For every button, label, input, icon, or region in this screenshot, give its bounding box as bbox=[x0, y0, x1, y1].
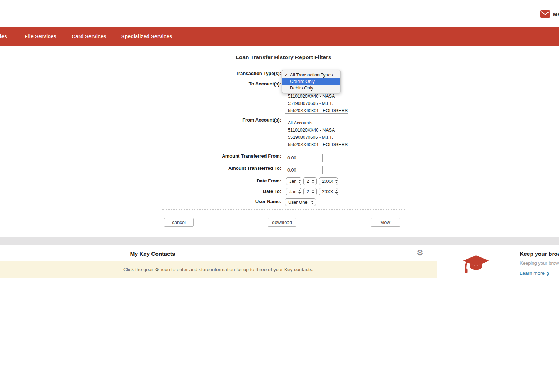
to-account-option[interactable]: 51101020XX40 - NASA bbox=[285, 93, 348, 100]
cancel-button[interactable]: cancel bbox=[164, 218, 194, 227]
nav-item-partial[interactable]: les bbox=[0, 27, 7, 46]
date-from-month-select[interactable]: Jan bbox=[286, 177, 301, 185]
promo-subtext: Keeping your brow bbox=[520, 260, 559, 266]
message-text-before: Click the gear bbox=[123, 267, 153, 272]
nav-item-card-services[interactable]: Card Services bbox=[72, 27, 106, 46]
dropdown-option-debits-only[interactable]: Debits Only bbox=[282, 85, 340, 91]
section-divider-bar bbox=[0, 237, 559, 245]
separator-top bbox=[162, 66, 405, 66]
gear-icon[interactable]: ⚙ bbox=[417, 249, 423, 256]
nav-item-specialized-services[interactable]: Specialized Services bbox=[121, 27, 172, 46]
page-title: Loan Transfer History Report Filters bbox=[162, 54, 405, 61]
key-contacts-message: Click the gear ⚙ icon to enter and store… bbox=[0, 261, 437, 278]
user-name-label: User Name: bbox=[162, 199, 281, 204]
nav-item-file-services[interactable]: File Services bbox=[25, 27, 56, 46]
view-button[interactable]: view bbox=[371, 218, 400, 227]
separator-above-buttons bbox=[162, 209, 405, 210]
from-account-option[interactable]: All Accounts bbox=[285, 119, 348, 127]
date-to-label: Date To: bbox=[162, 189, 281, 194]
from-account-option[interactable]: 55520XX60801 - FOLDGERS bbox=[285, 141, 348, 148]
date-from-day-select[interactable]: 2 bbox=[303, 177, 317, 185]
stepper-arrows-icon bbox=[298, 180, 301, 183]
amount-from-input[interactable] bbox=[285, 154, 323, 162]
chevron-right-icon: ❯ bbox=[546, 271, 550, 276]
transaction-type-dropdown: ✓ All Transaction Types Credits Only Deb… bbox=[282, 70, 341, 93]
to-account-option[interactable]: 551908070605 - M.I.T. bbox=[285, 100, 348, 107]
date-from-label: Date From: bbox=[162, 178, 281, 184]
amount-to-input[interactable] bbox=[285, 166, 323, 174]
stepper-arrows-icon bbox=[335, 190, 338, 194]
stepper-arrows-icon bbox=[312, 190, 314, 194]
top-header: Me bbox=[0, 0, 559, 27]
promo-panel: Keep your brow Keeping your brow Learn m… bbox=[520, 251, 559, 276]
messages-button[interactable]: Me bbox=[540, 10, 559, 18]
main-nav: les File Services Card Services Speciali… bbox=[0, 27, 559, 46]
date-to-month-select[interactable]: Jan bbox=[286, 188, 301, 195]
from-accounts-label: From Account(s): bbox=[162, 117, 281, 123]
date-to-year-select[interactable]: 20XX bbox=[319, 188, 338, 195]
date-to-day-select[interactable]: 2 bbox=[303, 188, 317, 195]
screen: { "colors": { "accent_red": "#c23e2e", "… bbox=[0, 0, 559, 392]
from-account-option[interactable]: 51101020XX40 - NASA bbox=[285, 127, 348, 134]
amount-from-label: Amount Transferred From: bbox=[162, 153, 281, 159]
download-button[interactable]: download bbox=[268, 218, 296, 227]
envelope-icon bbox=[540, 10, 550, 18]
key-contacts-title: My Key Contacts bbox=[0, 251, 305, 257]
to-account-option[interactable]: 55520XX60801 - FOLDGERS bbox=[285, 107, 348, 114]
from-account-option[interactable]: 551908070605 - M.I.T. bbox=[285, 134, 348, 141]
dropdown-option-all-transaction-types[interactable]: ✓ All Transaction Types bbox=[282, 72, 340, 78]
amount-to-label: Amount Transferred To: bbox=[162, 166, 281, 171]
message-text-after: icon to enter and store information for … bbox=[161, 267, 313, 272]
stepper-arrows-icon bbox=[312, 180, 314, 183]
checkmark-icon: ✓ bbox=[285, 72, 288, 78]
from-accounts-listbox[interactable]: All Accounts 51101020XX40 - NASA 5519080… bbox=[285, 118, 348, 149]
learn-more-link[interactable]: Learn more❯ bbox=[520, 270, 559, 276]
date-from-year-select[interactable]: 20XX bbox=[319, 177, 338, 185]
separator-below-buttons bbox=[162, 234, 405, 234]
promo-heading: Keep your brow bbox=[520, 251, 559, 257]
stepper-arrows-icon bbox=[311, 201, 314, 204]
stepper-arrows-icon bbox=[298, 190, 301, 194]
messages-label: Me bbox=[553, 11, 559, 17]
user-name-select[interactable]: User One bbox=[285, 198, 316, 206]
dropdown-option-credits-only[interactable]: Credits Only bbox=[282, 78, 340, 85]
to-accounts-label: To Account(s): bbox=[162, 81, 281, 87]
gear-inline-icon: ⚙ bbox=[155, 267, 159, 272]
graduation-cap-icon bbox=[463, 255, 489, 277]
stepper-arrows-icon bbox=[335, 180, 338, 183]
transaction-type-label: Transaction Type(s): bbox=[162, 71, 281, 76]
